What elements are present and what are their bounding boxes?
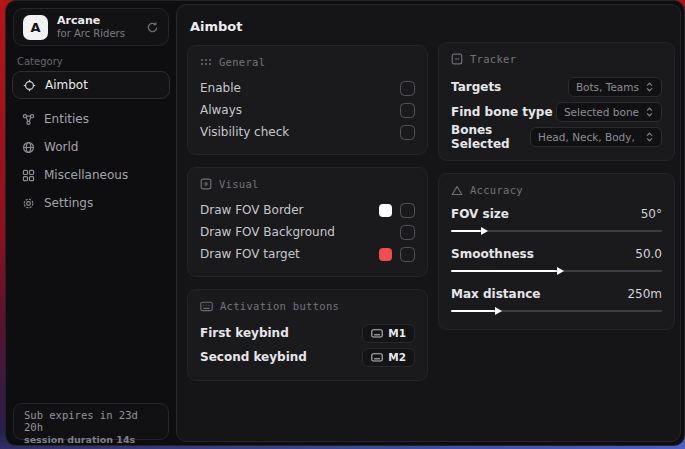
- app-window: A Arcane for Arc Riders Category Aimbot: [5, 0, 685, 446]
- visual-card: Visual Draw FOV Border Draw FOV Backgrou…: [187, 167, 428, 277]
- max-distance-slider[interactable]: [451, 306, 662, 316]
- setting-controls: [400, 225, 415, 240]
- general-card-header: General: [200, 56, 415, 68]
- find-bone-type-dropdown[interactable]: Selected bone: [556, 102, 662, 122]
- setting-row-visibility-check: Visibility check: [200, 121, 415, 143]
- general-card: General Enable Always Visibility check: [187, 45, 428, 155]
- draw-fov-border-checkbox[interactable]: [400, 203, 415, 218]
- session-duration-text: session duration 14s: [24, 434, 158, 445]
- visibility-check-checkbox[interactable]: [400, 125, 415, 140]
- setting-row-draw-fov-background: Draw FOV Background: [200, 221, 415, 243]
- setting-label: First keybind: [200, 326, 289, 340]
- sidebar-item-label: World: [44, 140, 78, 154]
- slider-value: 50.0: [635, 247, 662, 261]
- dropdown-value: Bots, Teams: [576, 81, 639, 93]
- slider-thumb[interactable]: [481, 227, 488, 235]
- setting-label: Visibility check: [200, 125, 289, 139]
- sidebar: A Arcane for Arc Riders Category Aimbot: [6, 1, 176, 445]
- globe-icon: [22, 141, 35, 154]
- sub-expiry-text: Sub expires in 23d 20h: [24, 409, 158, 433]
- setting-label: Find bone type: [451, 105, 553, 119]
- grid-layout-icon: [22, 169, 35, 182]
- smoothness-slider[interactable]: [451, 266, 662, 276]
- slider-thumb[interactable]: [557, 267, 564, 275]
- sidebar-item-entities[interactable]: Entities: [12, 105, 170, 133]
- setting-label: Draw FOV Background: [200, 225, 335, 239]
- fov-size-slider[interactable]: [451, 226, 662, 236]
- sidebar-item-miscellaneous[interactable]: Miscellaneous: [12, 161, 170, 189]
- targets-dropdown[interactable]: Bots, Teams: [568, 77, 662, 97]
- fov-target-color-swatch[interactable]: [379, 248, 392, 261]
- keybind-value: M2: [388, 351, 406, 363]
- desktop-background: { "app": { "logo_letter": "A", "name": "…: [0, 0, 685, 449]
- slider-fill: [451, 230, 481, 232]
- setting-label: Second keybind: [200, 350, 307, 364]
- setting-label: Always: [200, 103, 242, 117]
- always-checkbox[interactable]: [400, 103, 415, 118]
- app-subtitle: for Arc Riders: [57, 28, 137, 40]
- setting-label: Bones Selected: [451, 123, 530, 151]
- card-title: Accuracy: [470, 184, 523, 196]
- app-logo: A: [23, 15, 48, 40]
- dropdown-value: Head, Neck, Body, Fe...: [538, 131, 639, 143]
- chevron-up-down-icon: [645, 107, 654, 117]
- setting-label: FOV size: [451, 207, 509, 221]
- slider-fill: [451, 270, 557, 272]
- setting-label: Draw FOV Border: [200, 203, 304, 217]
- card-title: Visual: [219, 178, 259, 190]
- setting-label: Smoothness: [451, 247, 534, 261]
- setting-group-smoothness: Smoothness 50.0: [451, 245, 662, 276]
- sidebar-item-label: Entities: [44, 112, 89, 126]
- mouse-key-icon: [371, 329, 383, 338]
- activation-card-header: Activation buttons: [200, 300, 415, 312]
- setting-label: Max distance: [451, 287, 540, 301]
- dots-grid-icon: [200, 56, 212, 68]
- enable-checkbox[interactable]: [400, 81, 415, 96]
- card-title: Tracker: [470, 53, 516, 65]
- setting-controls: [379, 247, 415, 262]
- card-title: General: [219, 56, 265, 68]
- category-label: Category: [17, 56, 63, 67]
- draw-fov-target-checkbox[interactable]: [400, 247, 415, 262]
- sidebar-item-label: Aimbot: [45, 78, 88, 92]
- chevron-up-down-icon: [645, 82, 654, 92]
- chevron-up-down-icon: [645, 132, 654, 142]
- keybind-value: M1: [388, 327, 406, 339]
- left-column: General Enable Always Visibility check: [187, 45, 428, 381]
- slider-value: 250m: [627, 287, 662, 301]
- draw-fov-background-checkbox[interactable]: [400, 225, 415, 240]
- first-keybind-button[interactable]: M1: [362, 324, 415, 343]
- gear-icon: [22, 197, 35, 210]
- sidebar-item-world[interactable]: World: [12, 133, 170, 161]
- fov-border-color-swatch[interactable]: [379, 204, 392, 217]
- page-title: Aimbot: [190, 19, 243, 34]
- triangle-icon: [451, 185, 463, 196]
- entities-icon: [22, 113, 35, 126]
- app-title-block: Arcane for Arc Riders: [57, 15, 137, 39]
- setting-group-max-distance: Max distance 250m: [451, 285, 662, 316]
- setting-label: Enable: [200, 81, 241, 95]
- setting-group-fov-size: FOV size 50°: [451, 205, 662, 236]
- dropdown-value: Selected bone: [564, 106, 639, 118]
- plus-square-icon: [200, 178, 212, 190]
- setting-label: Draw FOV target: [200, 247, 300, 261]
- sidebar-item-settings[interactable]: Settings: [12, 189, 170, 217]
- visual-card-header: Visual: [200, 178, 415, 190]
- main-panel: Aimbot General Enable: [176, 4, 681, 442]
- sidebar-item-label: Miscellaneous: [44, 168, 128, 182]
- setting-controls: [379, 203, 415, 218]
- refresh-icon[interactable]: [146, 21, 159, 34]
- bones-selected-dropdown[interactable]: Head, Neck, Body, Fe...: [530, 127, 662, 147]
- app-name: Arcane: [57, 15, 137, 28]
- setting-row-second-keybind: Second keybind M2: [200, 345, 415, 369]
- slider-thumb[interactable]: [495, 307, 502, 315]
- accuracy-card-header: Accuracy: [451, 184, 662, 196]
- sidebar-item-aimbot[interactable]: Aimbot: [12, 71, 170, 99]
- slider-value: 50°: [641, 207, 662, 221]
- second-keybind-button[interactable]: M2: [362, 348, 415, 367]
- accuracy-card: Accuracy FOV size 50°: [438, 173, 675, 330]
- subscription-info-box: Sub expires in 23d 20h session duration …: [13, 403, 169, 440]
- setting-row-find-bone-type: Find bone type Selected bone: [451, 99, 662, 124]
- keyboard-icon: [200, 301, 213, 312]
- slider-fill: [451, 310, 495, 312]
